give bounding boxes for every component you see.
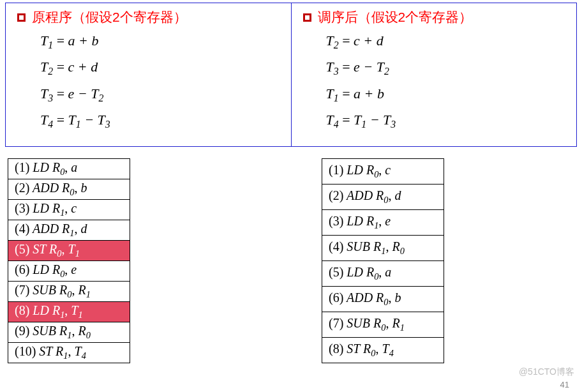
instruction-cell: (2) ADD R0, d	[322, 184, 444, 209]
table-row: (2) ADD R0, d	[322, 184, 444, 209]
instruction-cell: (8) ST R0, T4	[322, 337, 444, 363]
table-row: (8) ST R0, T4	[322, 337, 444, 363]
table-row: (8) LD R1, T1	[8, 301, 130, 322]
table-row: (10) ST R1, T4	[8, 342, 130, 363]
instruction-cell: (3) LD R1, e	[322, 209, 444, 235]
table-row: (1) LD R0, a	[8, 158, 130, 179]
table-row: (7) SUB R0, R1	[8, 281, 130, 301]
equation: T2 = c + d	[326, 33, 565, 51]
instruction-cell: (1) LD R0, a	[8, 158, 130, 179]
bullet-icon	[17, 13, 26, 22]
table-row: (5) ST R0, T1	[8, 240, 130, 260]
panel-title-text: 原程序（假设2个寄存器）	[32, 8, 187, 26]
instruction-cell: (7) SUB R0, R1	[322, 312, 444, 337]
watermark: @51CTO博客	[519, 366, 574, 378]
table-row: (2) ADD R0, b	[8, 179, 130, 199]
table-row: (3) LD R1, e	[322, 209, 444, 235]
instruction-cell: (6) LD R0, e	[8, 260, 130, 281]
instruction-table-left: (1) LD R0, a(2) ADD R0, b(3) LD R1, c(4)…	[8, 158, 130, 363]
instruction-cell: (9) SUB R1, R0	[8, 322, 130, 342]
instruction-cell: (3) LD R1, c	[8, 199, 130, 220]
instruction-tables: (1) LD R0, a(2) ADD R0, b(3) LD R1, c(4)…	[0, 158, 582, 363]
equation: T3 = e − T2	[40, 86, 280, 104]
panel-title-right: 调序后（假设2个寄存器）	[303, 8, 565, 26]
table-row: (4) ADD R1, d	[8, 220, 130, 240]
table-row: (9) SUB R1, R0	[8, 322, 130, 342]
instruction-table-right: (1) LD R0, c(2) ADD R0, d(3) LD R1, e(4)…	[322, 158, 444, 363]
instruction-cell: (5) ST R0, T1	[8, 240, 130, 260]
equation: T4 = T1 − T3	[326, 112, 565, 130]
instruction-cell: (8) LD R1, T1	[8, 301, 130, 322]
instruction-cell: (10) ST R1, T4	[8, 342, 130, 363]
table-row: (6) LD R0, e	[8, 260, 130, 281]
comparison-container: 原程序（假设2个寄存器） T1 = a + bT2 = c + dT3 = e …	[5, 3, 577, 147]
original-program-panel: 原程序（假设2个寄存器） T1 = a + bT2 = c + dT3 = e …	[6, 3, 292, 146]
table-row: (1) LD R0, c	[322, 158, 444, 184]
reordered-program-panel: 调序后（假设2个寄存器） T2 = c + dT3 = e − T2T1 = a…	[292, 3, 577, 146]
equation: T1 = a + b	[40, 33, 280, 51]
table-row: (6) ADD R0, b	[322, 286, 444, 312]
equation: T3 = e − T2	[326, 59, 565, 77]
table-row: (3) LD R1, c	[8, 199, 130, 220]
instruction-cell: (1) LD R0, c	[322, 158, 444, 184]
instruction-cell: (5) LD R0, a	[322, 260, 444, 286]
table-row: (5) LD R0, a	[322, 260, 444, 286]
table-row: (7) SUB R0, R1	[322, 312, 444, 337]
panel-title-left: 原程序（假设2个寄存器）	[17, 8, 280, 26]
instruction-cell: (4) ADD R1, d	[8, 220, 130, 240]
equation: T2 = c + d	[40, 59, 280, 77]
page-number: 41	[560, 380, 569, 389]
equation-list-right: T2 = c + dT3 = e − T2T1 = a + bT4 = T1 −…	[303, 33, 565, 131]
instruction-cell: (4) SUB R1, R0	[322, 235, 444, 260]
equation: T1 = a + b	[326, 86, 565, 104]
panel-title-text: 调序后（假设2个寄存器）	[318, 8, 473, 26]
instruction-cell: (6) ADD R0, b	[322, 286, 444, 312]
instruction-cell: (2) ADD R0, b	[8, 179, 130, 199]
bullet-icon	[303, 13, 311, 22]
instruction-cell: (7) SUB R0, R1	[8, 281, 130, 301]
table-row: (4) SUB R1, R0	[322, 235, 444, 260]
equation: T4 = T1 − T3	[40, 112, 280, 130]
equation-list-left: T1 = a + bT2 = c + dT3 = e − T2T4 = T1 −…	[17, 33, 280, 131]
